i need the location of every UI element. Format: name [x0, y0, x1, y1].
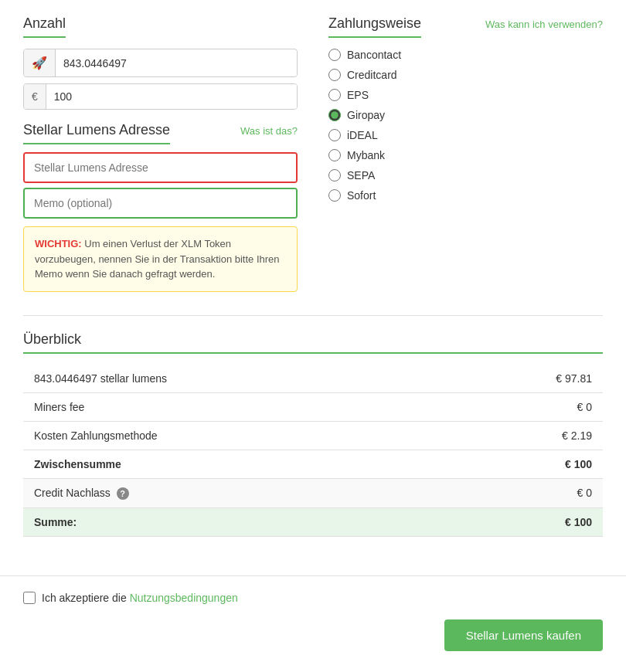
table-row: 843.0446497 stellar lumens € 97.81: [23, 365, 603, 393]
payment-option-giropay[interactable]: Giropay: [328, 109, 603, 121]
payment-options-list: Bancontact Creditcard EPS Giropay iDEAL: [328, 49, 603, 202]
memo-input-wrapper: [23, 188, 298, 219]
label-bancontact: Bancontact: [347, 49, 401, 61]
payment-option-sepa[interactable]: SEPA: [328, 169, 603, 182]
payment-title: Zahlungsweise: [328, 15, 421, 38]
row-label: Credit Nachlass ?: [23, 478, 445, 507]
table-row-summe: Summe: € 100: [23, 507, 603, 536]
address-title-row: Stellar Lumens Adresse Was ist das?: [23, 122, 298, 144]
row-label: 843.0446497 stellar lumens: [23, 365, 445, 393]
ueberblick-title: Überblick: [23, 331, 603, 354]
row-label: Zwischensumme: [23, 450, 445, 478]
payment-option-mybank[interactable]: Mybank: [328, 149, 603, 161]
fiat-amount-input[interactable]: [46, 84, 297, 109]
label-sepa: SEPA: [347, 169, 375, 182]
payment-header-row: Zahlungsweise Was kann ich verwenden?: [328, 15, 603, 38]
help-icon[interactable]: ?: [117, 487, 129, 500]
label-mybank: Mybank: [347, 149, 385, 161]
radio-sofort[interactable]: [328, 189, 341, 202]
stellar-address-input[interactable]: [25, 154, 296, 182]
terms-checkbox[interactable]: [23, 592, 36, 604]
label-eps: EPS: [347, 89, 369, 101]
crypto-amount-input[interactable]: [56, 51, 297, 76]
was-kann-link[interactable]: Was kann ich verwenden?: [485, 19, 603, 30]
divider: [23, 315, 603, 316]
radio-ideal[interactable]: [328, 129, 341, 141]
terms-row: Ich akzeptiere die Nutzungsbedingungen: [23, 592, 603, 604]
row-value: € 2.19: [445, 421, 603, 450]
table-row-zwischensumme: Zwischensumme € 100: [23, 450, 603, 478]
radio-eps[interactable]: [328, 89, 341, 101]
row-value: € 0: [445, 478, 603, 507]
memo-input[interactable]: [25, 189, 296, 217]
overview-table: 843.0446497 stellar lumens € 97.81 Miner…: [23, 365, 603, 537]
row-value: € 100: [445, 507, 603, 536]
payment-option-creditcard[interactable]: Creditcard: [328, 69, 603, 81]
right-panel: Zahlungsweise Was kann ich verwenden? Ba…: [328, 15, 603, 292]
crypto-amount-row: 🚀: [23, 49, 298, 77]
payment-option-eps[interactable]: EPS: [328, 89, 603, 101]
row-value: € 0: [445, 392, 603, 421]
euro-symbol: €: [24, 84, 46, 109]
label-sofort: Sofort: [347, 189, 376, 202]
buy-button-row: Stellar Lumens kaufen: [23, 619, 603, 651]
row-label: Kosten Zahlungsmethode: [23, 421, 445, 450]
warning-bold: WICHTIG:: [35, 238, 82, 249]
payment-option-ideal[interactable]: iDEAL: [328, 129, 603, 141]
label-creditcard: Creditcard: [347, 69, 397, 81]
payment-option-bancontact[interactable]: Bancontact: [328, 49, 603, 61]
was-ist-das-link[interactable]: Was ist das?: [240, 125, 298, 137]
fiat-amount-row: €: [23, 83, 298, 110]
radio-creditcard[interactable]: [328, 69, 341, 81]
terms-label: Ich akzeptiere die Nutzungsbedingungen: [42, 592, 238, 604]
row-value: € 97.81: [445, 365, 603, 393]
radio-giropay[interactable]: [328, 109, 341, 121]
warning-box: WICHTIG: Um einen Verlust der XLM Token …: [23, 226, 298, 292]
radio-mybank[interactable]: [328, 149, 341, 161]
label-ideal: iDEAL: [347, 129, 378, 141]
terms-link[interactable]: Nutzungsbedingungen: [130, 592, 238, 604]
row-label: Miners fee: [23, 392, 445, 421]
table-row: Miners fee € 0: [23, 392, 603, 421]
anzahl-title: Anzahl: [23, 15, 66, 38]
table-row-credit: Credit Nachlass ? € 0: [23, 478, 603, 507]
address-title: Stellar Lumens Adresse: [23, 122, 170, 144]
ueberblick-section: Überblick 843.0446497 stellar lumens € 9…: [23, 331, 603, 537]
address-input-wrapper: [23, 152, 298, 183]
radio-bancontact[interactable]: [328, 49, 341, 61]
address-section: Stellar Lumens Adresse Was ist das? WICH…: [23, 122, 298, 292]
bottom-section: Ich akzeptiere die Nutzungsbedingungen S…: [0, 576, 626, 667]
table-row: Kosten Zahlungsmethode € 2.19: [23, 421, 603, 450]
radio-sepa[interactable]: [328, 169, 341, 182]
left-panel: Anzahl 🚀 € Stellar Lumens Adresse Was is…: [23, 15, 298, 292]
payment-option-sofort[interactable]: Sofort: [328, 189, 603, 202]
buy-button[interactable]: Stellar Lumens kaufen: [444, 619, 603, 651]
rocket-icon: 🚀: [32, 56, 47, 70]
rocket-icon-prefix: 🚀: [24, 49, 56, 76]
terms-prefix: Ich akzeptiere die: [42, 592, 130, 604]
label-giropay: Giropay: [347, 109, 385, 121]
row-value: € 100: [445, 450, 603, 478]
row-label: Summe:: [23, 507, 445, 536]
